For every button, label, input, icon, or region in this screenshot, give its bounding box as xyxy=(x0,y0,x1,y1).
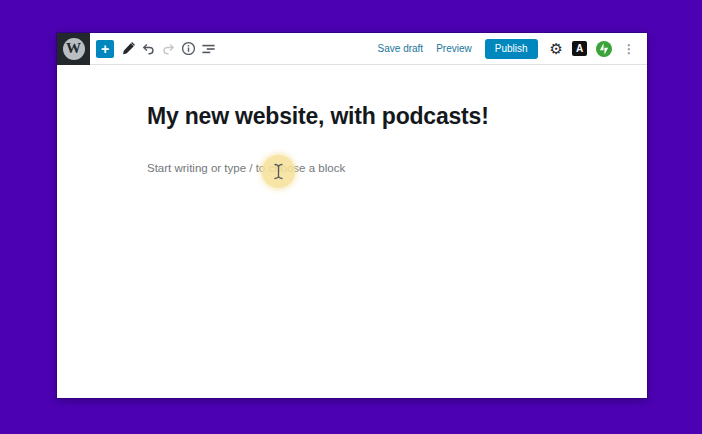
more-menu-button[interactable]: ⋮ xyxy=(621,43,637,55)
block-navigation-button[interactable] xyxy=(198,37,218,61)
jetpack-button[interactable] xyxy=(596,41,612,57)
redo-icon xyxy=(161,42,176,56)
toolbar-actions: Save draft Preview Publish ⚙ A ⋮ xyxy=(378,39,647,59)
content-structure-button[interactable] xyxy=(178,37,198,61)
editor-window: W + xyxy=(57,33,647,398)
plus-icon: + xyxy=(101,42,109,56)
kebab-menu-icon: ⋮ xyxy=(623,42,635,56)
amp-button[interactable]: A xyxy=(572,41,587,56)
publish-button[interactable]: Publish xyxy=(485,39,538,59)
wordpress-menu-button[interactable]: W xyxy=(57,33,90,65)
info-icon xyxy=(181,41,196,56)
redo-button[interactable] xyxy=(158,37,178,61)
settings-button[interactable]: ⚙ xyxy=(550,41,563,56)
gear-icon: ⚙ xyxy=(550,40,563,57)
undo-button[interactable] xyxy=(138,37,158,61)
preview-link[interactable]: Preview xyxy=(436,43,472,54)
amp-icon: A xyxy=(576,44,583,54)
save-draft-link[interactable]: Save draft xyxy=(378,43,424,54)
add-block-button[interactable]: + xyxy=(96,40,114,58)
paragraph-block-placeholder[interactable]: Start writing or type / to choose a bloc… xyxy=(147,162,607,174)
editor-toolbar: W + xyxy=(57,33,647,65)
undo-icon xyxy=(141,42,156,56)
pencil-icon xyxy=(121,42,135,56)
post-title-field[interactable]: My new website, with podcasts! xyxy=(147,102,607,131)
edit-mode-button[interactable] xyxy=(118,37,138,61)
jetpack-icon xyxy=(596,41,612,57)
block-navigation-icon xyxy=(201,42,216,56)
editor-canvas: My new website, with podcasts! Start wri… xyxy=(57,65,647,398)
wordpress-logo-icon: W xyxy=(63,38,85,60)
